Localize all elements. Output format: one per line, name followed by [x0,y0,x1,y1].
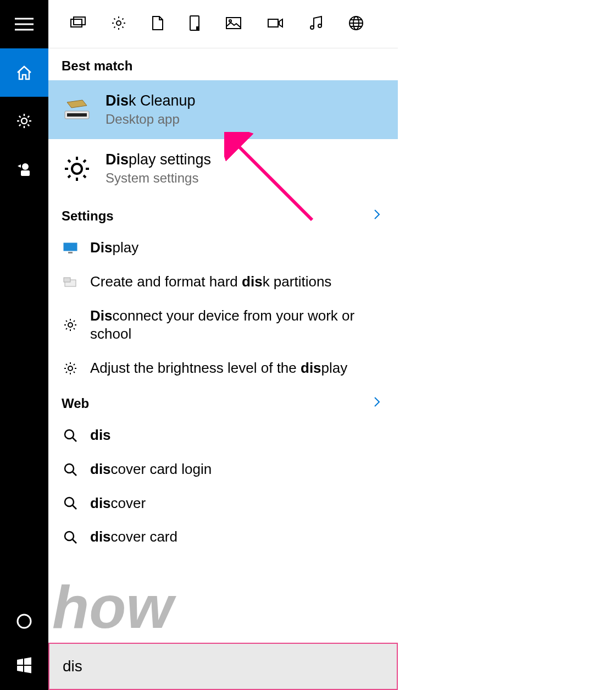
disk-cleanup-icon [62,95,92,125]
svg-rect-29 [64,243,77,251]
svg-point-7 [18,615,31,628]
music-filter-icon[interactable] [309,15,323,33]
documents-filter-icon[interactable] [70,16,86,32]
windows-start-icon [16,657,32,674]
svg-marker-6 [18,164,21,168]
home-icon [15,64,33,81]
svg-line-38 [73,472,76,476]
svg-line-40 [73,505,76,509]
svg-rect-27 [67,113,87,117]
sidebar [0,0,48,690]
svg-point-37 [65,464,74,473]
web-item-label: discover card login [90,460,212,479]
svg-point-33 [68,323,73,327]
result-title: Disk Cleanup [106,92,196,109]
web-item-label: discover [90,494,146,513]
start-button[interactable] [0,641,48,690]
svg-marker-8 [17,659,23,665]
svg-line-36 [73,438,76,441]
svg-rect-16 [197,27,199,30]
gear-icon [62,153,92,184]
home-button[interactable] [0,48,48,97]
svg-point-28 [72,164,82,174]
settings-header[interactable]: Settings [48,198,398,231]
search-icon [62,494,79,512]
result-title: Display settings [106,151,211,168]
web-filter-icon[interactable] [348,15,364,33]
svg-rect-19 [268,19,278,27]
svg-marker-11 [24,666,31,674]
svg-point-22 [318,24,321,27]
gear-outline-icon [62,316,79,334]
svg-point-35 [65,430,74,439]
svg-point-41 [65,532,74,540]
svg-rect-12 [71,19,82,27]
chevron-right-icon [373,395,381,412]
gear-outline-icon [62,360,79,377]
hamburger-icon [15,18,34,31]
result-disk-cleanup[interactable]: Disk Cleanup Desktop app [48,80,398,139]
svg-marker-9 [24,658,31,665]
search-icon [62,528,79,546]
svg-point-18 [229,20,231,22]
web-result[interactable]: discover [48,487,398,521]
svg-point-39 [65,498,74,506]
svg-rect-17 [226,18,241,29]
menu-button[interactable] [0,0,48,48]
feedback-button[interactable] [0,145,48,194]
settings-filter-icon[interactable] [111,15,126,33]
web-item-label: discover card [90,528,177,547]
web-header[interactable]: Web [48,385,398,418]
search-icon [62,427,79,444]
search-results-panel: Best match Disk Cleanup Desktop app Disp… [48,0,398,690]
settings-button[interactable] [0,97,48,145]
result-subtitle: Desktop app [106,112,196,127]
search-input[interactable] [63,658,384,675]
settings-item-label: Disconnect your device from your work or… [90,307,385,344]
settings-brightness[interactable]: Adjust the brightness level of the displ… [48,351,398,385]
svg-point-3 [21,118,27,124]
cortana-icon [16,613,32,630]
monitor-icon [62,239,79,257]
settings-item-label: Adjust the brightness level of the displ… [90,359,347,378]
file-filter-icon[interactable] [152,15,164,33]
search-icon [62,461,79,478]
video-filter-icon[interactable] [267,17,284,31]
best-match-header: Best match [48,48,398,80]
svg-rect-30 [68,252,73,253]
svg-marker-20 [279,19,282,27]
search-box[interactable] [48,643,398,690]
mobile-filter-icon[interactable] [189,15,200,34]
settings-partitions[interactable]: Create and format hard disk partitions [48,265,398,299]
result-display-settings[interactable]: Display settings System settings [48,139,398,198]
people-icon [15,161,33,178]
settings-item-label: Create and format hard disk partitions [90,273,331,291]
svg-point-34 [68,366,73,371]
cortana-button[interactable] [0,602,48,641]
svg-line-42 [73,539,76,543]
svg-rect-32 [64,278,70,282]
svg-point-14 [116,21,121,25]
settings-item-label: Display [90,239,138,257]
web-result[interactable]: discover card login [48,452,398,487]
partition-icon [62,273,79,291]
svg-rect-13 [74,17,85,25]
chevron-right-icon [373,208,381,224]
web-item-label: dis [90,426,111,445]
result-subtitle: System settings [106,170,211,186]
svg-point-4 [22,163,29,170]
photo-filter-icon[interactable] [225,16,242,32]
gear-icon [15,112,33,130]
filter-row [48,0,398,48]
web-result[interactable]: discover card [48,520,398,554]
svg-rect-5 [21,170,30,176]
svg-point-21 [310,26,314,29]
settings-display[interactable]: Display [48,231,398,265]
web-result[interactable]: dis [48,418,398,452]
settings-disconnect[interactable]: Disconnect your device from your work or… [48,299,398,352]
svg-marker-10 [17,666,23,672]
